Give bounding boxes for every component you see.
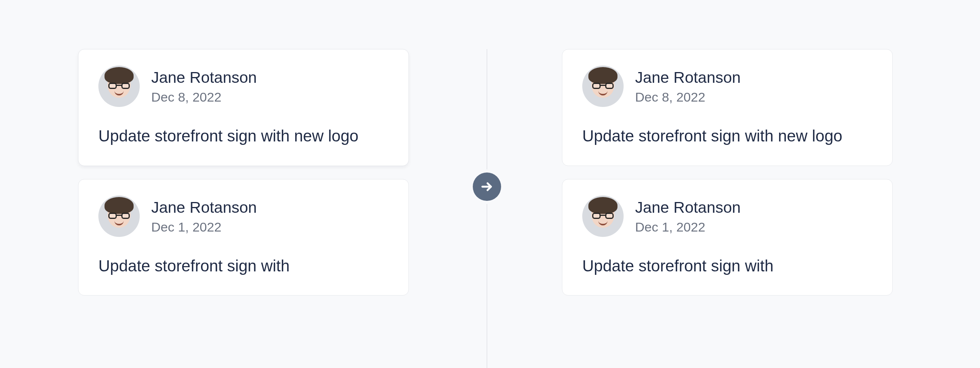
card-header: Jane Rotanson Dec 1, 2022 [582,196,872,237]
vertical-divider [487,49,487,368]
author-name: Jane Rotanson [151,68,257,87]
transition-arrow-badge [473,172,501,201]
card-date: Dec 8, 2022 [635,90,741,105]
task-card[interactable]: Jane Rotanson Dec 8, 2022 Update storefr… [78,49,409,166]
card-header: Jane Rotanson Dec 8, 2022 [98,66,389,107]
comparison-canvas: Jane Rotanson Dec 8, 2022 Update storefr… [0,0,980,368]
author-meta: Jane Rotanson Dec 8, 2022 [151,68,257,105]
avatar [582,66,624,107]
arrow-right-icon [480,180,494,194]
card-date: Dec 8, 2022 [151,90,257,105]
card-header: Jane Rotanson Dec 1, 2022 [98,196,389,237]
author-name: Jane Rotanson [635,68,741,87]
author-meta: Jane Rotanson Dec 8, 2022 [635,68,741,105]
card-date: Dec 1, 2022 [151,220,257,235]
author-name: Jane Rotanson [151,198,257,217]
card-header: Jane Rotanson Dec 8, 2022 [582,66,872,107]
before-column: Jane Rotanson Dec 8, 2022 Update storefr… [78,49,409,296]
author-meta: Jane Rotanson Dec 1, 2022 [151,198,257,235]
after-column: Jane Rotanson Dec 8, 2022 Update storefr… [562,49,893,296]
avatar [582,196,624,237]
avatar [98,196,140,237]
card-date: Dec 1, 2022 [635,220,741,235]
card-title: Update storefront sign with [98,255,389,277]
task-card[interactable]: Jane Rotanson Dec 1, 2022 Update storefr… [78,179,409,296]
author-meta: Jane Rotanson Dec 1, 2022 [635,198,741,235]
card-title: Update storefront sign with [582,255,872,277]
avatar [98,66,140,107]
task-card[interactable]: Jane Rotanson Dec 8, 2022 Update storefr… [562,49,893,166]
task-card[interactable]: Jane Rotanson Dec 1, 2022 Update storefr… [562,179,893,296]
card-title: Update storefront sign with new logo [98,125,389,147]
card-title: Update storefront sign with new logo [582,125,872,147]
author-name: Jane Rotanson [635,198,741,217]
